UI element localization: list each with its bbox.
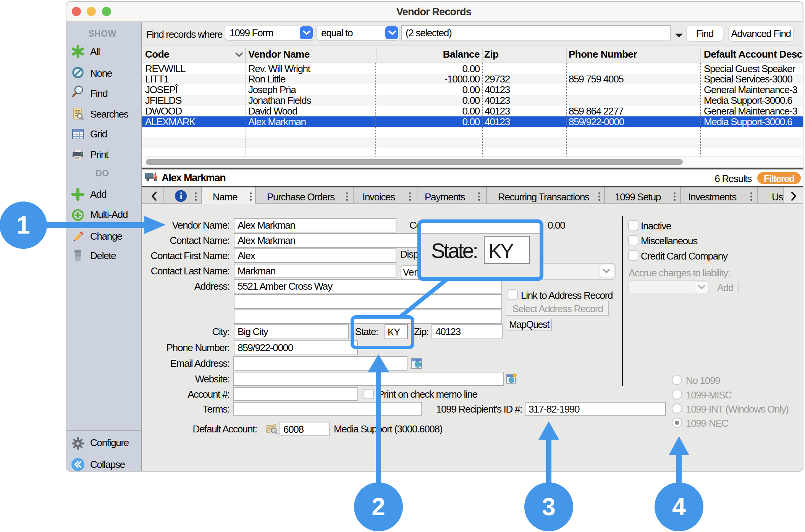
svg-text:3: 3 [542, 493, 556, 521]
svg-text:1: 1 [16, 211, 30, 239]
svg-text:2: 2 [372, 493, 385, 521]
svg-text:4: 4 [672, 493, 686, 521]
